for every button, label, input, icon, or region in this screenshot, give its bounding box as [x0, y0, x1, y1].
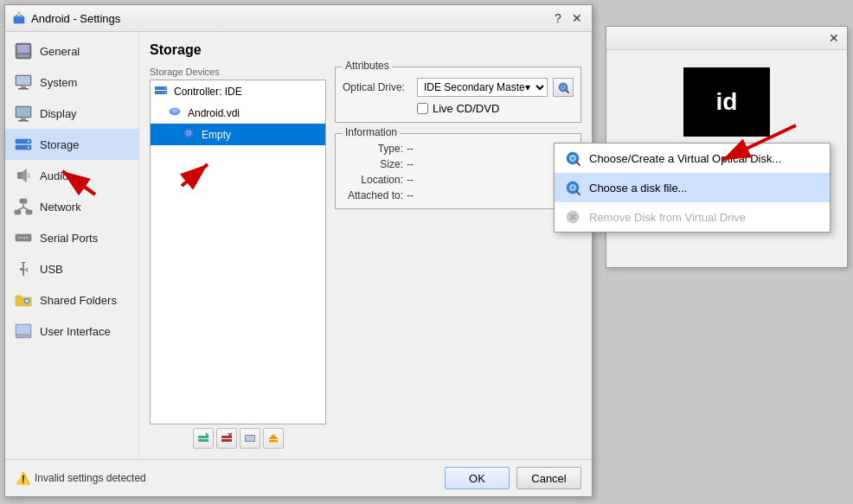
- info-type-row: Type: --: [343, 143, 574, 155]
- svg-point-28: [18, 237, 20, 239]
- svg-line-74: [576, 191, 580, 195]
- menu-item-choose-create[interactable]: Choose/Create a Virtual Optical Disk...: [555, 144, 830, 173]
- add-storage-btn[interactable]: [193, 428, 214, 449]
- svg-point-48: [171, 109, 178, 113]
- help-button[interactable]: ?: [550, 10, 566, 26]
- info-attached-row: Attached to: --: [343, 189, 574, 201]
- sidebar-item-system[interactable]: System: [5, 67, 138, 98]
- sidebar-item-user-interface[interactable]: User Interface: [5, 316, 138, 347]
- sidebar-label-network: Network: [40, 201, 81, 214]
- optical-drive-browse-btn[interactable]: [553, 78, 574, 97]
- user-interface-icon: [14, 322, 33, 341]
- sidebar-label-usb: USB: [40, 263, 63, 276]
- svg-point-3: [18, 12, 21, 15]
- panel-title: Storage: [150, 42, 581, 58]
- warning-icon: ⚠️: [16, 471, 30, 485]
- system-icon: [14, 73, 33, 92]
- empty-label: Empty: [202, 129, 231, 141]
- tree-empty[interactable]: Empty: [151, 124, 325, 145]
- svg-rect-19: [17, 172, 22, 179]
- live-cd-row: Live CD/DVD: [343, 102, 574, 115]
- sidebar-label-system: System: [40, 76, 77, 89]
- live-cd-checkbox[interactable]: [417, 103, 428, 114]
- sidebar-item-display[interactable]: Display: [5, 98, 138, 129]
- svg-rect-21: [20, 199, 27, 203]
- bg-window-content: id: [606, 50, 847, 154]
- controller-label: Controller: IDE: [174, 86, 242, 98]
- bg-close-button[interactable]: ✕: [826, 30, 842, 46]
- svg-point-45: [164, 87, 166, 89]
- bg-window-titlebar: ✕: [606, 27, 847, 50]
- eject-btn[interactable]: [263, 428, 284, 449]
- close-button[interactable]: ✕: [569, 10, 585, 26]
- sidebar-label-display: Display: [40, 107, 77, 120]
- audio-icon: [14, 166, 33, 185]
- remove-disk-icon: [563, 207, 582, 226]
- sidebar-label-serial-ports: Serial Ports: [40, 232, 98, 245]
- svg-rect-9: [21, 86, 26, 88]
- svg-point-73: [572, 187, 574, 189]
- live-cd-label: Live CD/DVD: [433, 102, 499, 115]
- tree-controller[interactable]: Controller: IDE: [151, 80, 325, 102]
- sidebar-item-shared-folders[interactable]: Shared Folders: [5, 284, 138, 316]
- info-type-val: --: [407, 143, 414, 155]
- tree-vdi[interactable]: Android.vdi: [151, 102, 325, 124]
- sidebar-item-storage[interactable]: Storage: [5, 129, 138, 160]
- sidebar-item-usb[interactable]: USB: [5, 253, 138, 284]
- svg-marker-61: [268, 434, 279, 439]
- svg-point-18: [28, 146, 29, 148]
- attributes-section: Attributes Optical Drive: IDE Secondary …: [335, 67, 581, 123]
- sidebar-item-serial-ports[interactable]: Serial Ports: [5, 222, 138, 253]
- add-disk-btn[interactable]: [240, 428, 260, 449]
- remove-disk-label: Remove Disk from Virtual Drive: [589, 211, 746, 224]
- sidebar-item-audio[interactable]: Audio: [5, 160, 138, 191]
- sidebar-label-general: General: [40, 45, 80, 58]
- vdi-label: Android.vdi: [188, 107, 240, 119]
- controller-icon: [154, 83, 168, 99]
- svg-marker-33: [21, 262, 26, 265]
- remove-storage-btn[interactable]: [216, 428, 237, 449]
- svg-rect-10: [18, 88, 29, 90]
- sidebar-label-storage: Storage: [40, 138, 80, 151]
- svg-rect-56: [221, 439, 232, 442]
- svg-line-66: [567, 91, 569, 93]
- sidebar-item-general[interactable]: General: [5, 35, 138, 67]
- svg-line-25: [18, 207, 24, 210]
- serial-ports-icon: [14, 228, 33, 247]
- sidebar-label-audio: Audio: [40, 169, 68, 182]
- svg-marker-54: [206, 432, 209, 436]
- choose-disk-icon: [563, 178, 582, 197]
- dialog-content: General System: [5, 32, 592, 459]
- title-bar-buttons: ? ✕: [550, 10, 585, 26]
- attributes-panel: Attributes Optical Drive: IDE Secondary …: [335, 67, 581, 449]
- svg-rect-36: [27, 267, 28, 272]
- info-size-row: Size: --: [343, 158, 574, 170]
- info-location-val: --: [407, 174, 414, 186]
- svg-line-26: [23, 207, 29, 210]
- svg-point-31: [26, 237, 28, 239]
- context-menu: Choose/Create a Virtual Optical Disk... …: [554, 143, 831, 233]
- svg-point-65: [562, 86, 564, 88]
- svg-rect-23: [26, 210, 32, 214]
- menu-item-choose-disk[interactable]: Choose a disk file...: [555, 173, 830, 202]
- cancel-button[interactable]: Cancel: [516, 467, 581, 489]
- display-icon: [14, 104, 33, 123]
- svg-rect-6: [17, 54, 29, 57]
- optical-drive-select[interactable]: IDE Secondary Maste▾: [417, 78, 548, 97]
- svg-rect-53: [198, 439, 208, 442]
- ok-button[interactable]: OK: [445, 467, 510, 489]
- info-attached-val: --: [407, 189, 414, 201]
- sidebar-item-network[interactable]: Network: [5, 191, 138, 222]
- svg-rect-0: [14, 16, 24, 23]
- svg-rect-1: [16, 15, 18, 17]
- optical-drive-label: Optical Drive:: [343, 81, 412, 93]
- svg-rect-60: [246, 436, 254, 441]
- info-size-key: Size:: [343, 158, 403, 170]
- svg-marker-20: [22, 169, 27, 182]
- svg-rect-12: [16, 107, 30, 117]
- sidebar-label-shared-folders: Shared Folders: [40, 294, 117, 307]
- svg-rect-55: [221, 436, 232, 438]
- svg-rect-5: [17, 45, 29, 53]
- usb-icon: [14, 259, 33, 278]
- optical-drive-row: Optical Drive: IDE Secondary Maste▾: [343, 78, 574, 97]
